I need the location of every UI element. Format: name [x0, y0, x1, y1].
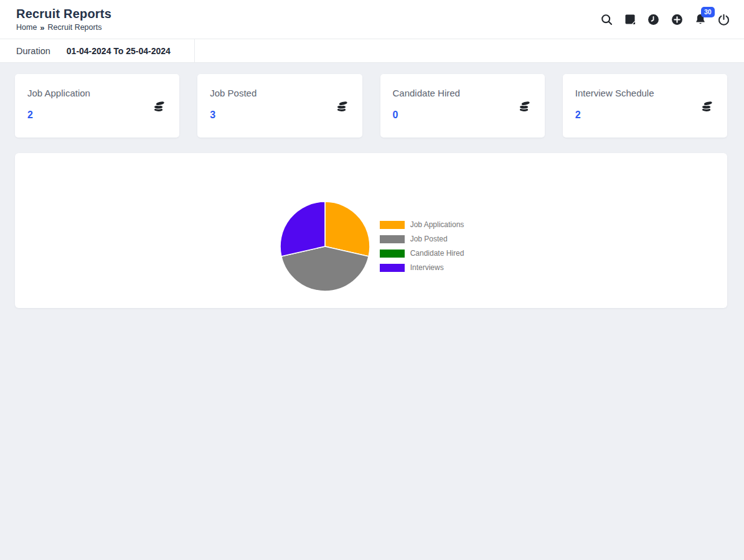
search-button[interactable] [600, 13, 613, 26]
breadcrumb-separator-icon: » [40, 23, 44, 32]
clock-icon [647, 13, 660, 26]
stat-card-title: Interview Schedule [575, 88, 715, 98]
stat-card-candidate-hired: Candidate Hired 0 [380, 74, 545, 138]
legend-swatch [380, 250, 405, 258]
recruit-pie-chart: Job ApplicationsJob PostedCandidate Hire… [278, 200, 464, 293]
stack-icon [335, 98, 350, 114]
stat-card-title: Candidate Hired [393, 88, 532, 98]
stat-card-interview-schedule: Interview Schedule 2 [563, 74, 727, 138]
add-button[interactable] [671, 13, 684, 26]
stack-icon [152, 98, 167, 114]
stat-card-value: 2 [27, 110, 167, 121]
stat-card-title: Job Posted [210, 88, 349, 98]
main-content: Job Application 2 Job Posted 3 [0, 63, 744, 308]
power-icon [717, 13, 730, 26]
stat-card-job-application: Job Application 2 [15, 74, 179, 138]
plus-circle-icon [671, 13, 684, 26]
stack-icon [700, 98, 715, 114]
notifications-button[interactable]: 30 [694, 13, 707, 26]
legend-swatch [380, 264, 405, 272]
history-button[interactable] [647, 13, 660, 26]
legend-label: Interviews [410, 263, 444, 272]
stat-card-title: Job Application [27, 88, 167, 98]
stat-card-value: 3 [210, 110, 349, 121]
chart-legend: Job ApplicationsJob PostedCandidate Hire… [380, 220, 464, 272]
legend-swatch [380, 221, 405, 229]
chart-card: Job ApplicationsJob PostedCandidate Hire… [15, 153, 727, 308]
legend-swatch [380, 235, 405, 243]
notification-badge: 30 [701, 7, 715, 17]
legend-item-job-posted: Job Posted [380, 235, 464, 243]
stack-icon [517, 98, 532, 114]
legend-item-interviews: Interviews [380, 263, 464, 272]
breadcrumb-home-link[interactable]: Home [16, 23, 37, 32]
legend-item-job-applications: Job Applications [380, 220, 464, 229]
legend-item-candidate-hired: Candidate Hired [380, 249, 464, 258]
legend-label: Job Applications [410, 220, 464, 229]
stat-card-value: 2 [575, 110, 715, 121]
notes-button[interactable] [624, 13, 636, 26]
pie-chart-svg [278, 200, 372, 293]
pie-slice-interviews[interactable] [280, 202, 325, 256]
duration-filter[interactable]: Duration 01-04-2024 To 25-04-2024 [0, 39, 195, 62]
legend-label: Job Posted [410, 235, 448, 243]
topbar: Recruit Reports Home » Recruit Reports [0, 0, 744, 39]
page-title: Recruit Reports [16, 7, 111, 21]
breadcrumb: Home » Recruit Reports [16, 23, 111, 32]
stat-cards-row: Job Application 2 Job Posted 3 [15, 74, 727, 138]
topbar-actions: 30 [600, 13, 730, 26]
breadcrumb-current: Recruit Reports [48, 23, 102, 32]
duration-value: 01-04-2024 To 25-04-2024 [67, 46, 171, 56]
search-icon [600, 13, 613, 26]
filter-bar: Duration 01-04-2024 To 25-04-2024 [0, 39, 744, 63]
logout-button[interactable] [717, 13, 730, 26]
note-icon [624, 13, 636, 26]
duration-label: Duration [16, 46, 50, 56]
stat-card-job-posted: Job Posted 3 [197, 74, 362, 138]
stat-card-value: 0 [393, 110, 532, 121]
page-heading: Recruit Reports Home » Recruit Reports [16, 7, 111, 32]
legend-label: Candidate Hired [410, 249, 464, 258]
recruit-reports-page: Recruit Reports Home » Recruit Reports [0, 0, 744, 308]
